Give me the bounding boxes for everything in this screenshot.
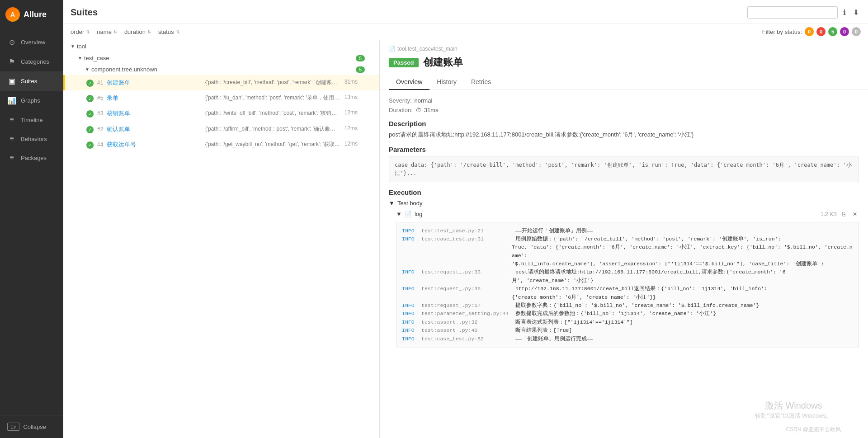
tool-group-label: tool bbox=[77, 43, 86, 50]
log-file-icon: 📄 bbox=[405, 211, 412, 217]
filter-left: order ⇅ name ⇅ duration ⇅ status ⇅ bbox=[71, 28, 179, 35]
sidebar-item-label-overview: Overview bbox=[21, 39, 45, 46]
sidebar-item-label-categories: Categories bbox=[21, 58, 49, 65]
duration-filter[interactable]: duration ⇅ bbox=[124, 28, 151, 35]
detail-panel: 📄 tool.test_case#test_main Passed 创建账单 O… bbox=[380, 40, 868, 438]
sidebar-item-label-timeline: Timeline bbox=[21, 117, 43, 123]
duration-value: 31ms bbox=[424, 107, 439, 113]
chevron-down-icon: ▼ bbox=[71, 44, 75, 49]
test-num-3: #3 bbox=[97, 110, 103, 117]
log-line: INFOtest:assert_.py:40断言结果列表：[True] bbox=[402, 326, 853, 334]
log-section: ▼ 📄 log 1.2 KB ⎘ ✕ INFOtest:test_case.py… bbox=[396, 209, 859, 348]
allure-logo: A bbox=[5, 7, 20, 22]
chevron-down-icon3: ▼ bbox=[389, 200, 395, 207]
test-body-header[interactable]: ▼ Test body bbox=[389, 200, 859, 207]
test-case-subgroup: ▼ test_case 5 ▼ component.tree.unknown 5 bbox=[63, 52, 379, 152]
sidebar-item-behaviors[interactable]: ≡ Behaviors bbox=[0, 129, 63, 148]
severity-value: normal bbox=[415, 97, 433, 104]
status-badge-purple[interactable]: 0 bbox=[840, 27, 849, 36]
test-name-5: 录单 bbox=[107, 94, 201, 102]
tree-subgroup-header-test-case[interactable]: ▼ test_case 5 bbox=[63, 52, 379, 64]
test-desc-4: {'path': '/get_waybill_no', 'method': 'g… bbox=[205, 141, 341, 148]
filter-right: Filter by status: 0 0 5 0 0 bbox=[762, 27, 861, 36]
name-arrow-icon: ⇅ bbox=[113, 29, 117, 34]
tab-overview[interactable]: Overview bbox=[389, 75, 429, 90]
search-input[interactable] bbox=[747, 6, 838, 19]
sidebar-item-suites[interactable]: ▣ Suites bbox=[0, 71, 63, 91]
pass-icon-1: ✓ bbox=[86, 80, 94, 87]
parameters-text: case_data: {'path': '/create_bill', 'met… bbox=[395, 162, 852, 176]
test-name-4: 获取运单号 bbox=[107, 141, 201, 149]
sidebar-item-label-packages: Packages bbox=[21, 155, 47, 161]
suites-header: Suites ℹ ⬇ bbox=[63, 0, 868, 24]
log-line: INFOtest:test_case.py:21——开始运行「创建账单」用例—— bbox=[402, 227, 853, 235]
download-button[interactable]: ⬇ bbox=[851, 6, 861, 19]
component-tree-label: component.tree.unknown bbox=[91, 66, 157, 73]
parameters-box: case_data: {'path': '/create_bill', 'met… bbox=[389, 156, 859, 182]
status-badge-orange[interactable]: 0 bbox=[805, 27, 814, 36]
log-line: INFOtest:case_test.py:52——「创建账单」用例运行完成—— bbox=[402, 335, 853, 343]
order-filter[interactable]: order ⇅ bbox=[71, 28, 90, 35]
breadcrumb: 📄 tool.test_case#test_main bbox=[389, 46, 859, 52]
test-item-1[interactable]: ✓ #1 创建账单 {'path': '/create_bill', 'meth… bbox=[63, 75, 379, 90]
severity-row: Severity: normal bbox=[389, 97, 859, 104]
pass-icon-2: ✓ bbox=[86, 126, 94, 133]
test-num-4: #4 bbox=[97, 141, 103, 148]
tree-group-header-tool[interactable]: ▼ tool bbox=[63, 40, 379, 52]
filter-by-status-label: Filter by status: bbox=[762, 28, 802, 35]
status-badge-gray[interactable]: 0 bbox=[852, 27, 861, 36]
log-line: {'create_month': '6月', 'create_name': '小… bbox=[402, 293, 853, 301]
duration-label: Duration: bbox=[389, 107, 413, 113]
log-line: INFOtest:request_.py:17提取参数字典：{'bill_no'… bbox=[402, 301, 853, 310]
log-close-button[interactable]: ✕ bbox=[851, 209, 859, 219]
timeline-icon: ≡ bbox=[7, 116, 16, 124]
filter-bar: order ⇅ name ⇅ duration ⇅ status ⇅ Filte… bbox=[63, 24, 868, 40]
sidebar-item-overview[interactable]: ⊙ Overview bbox=[0, 33, 63, 52]
test-item-4[interactable]: ✓ #4 获取运单号 {'path': '/get_waybill_no', '… bbox=[63, 137, 379, 152]
test-name-2: 确认账单 bbox=[107, 125, 201, 133]
parameters-title: Parameters bbox=[389, 146, 859, 153]
order-label: order bbox=[71, 28, 84, 35]
tab-retries[interactable]: Retries bbox=[464, 75, 498, 90]
sidebar-brand: Allure bbox=[24, 10, 47, 19]
chevron-right-icon: ▼ bbox=[78, 56, 82, 61]
status-badge-green[interactable]: 5 bbox=[828, 27, 837, 36]
collapse-button[interactable]: Collapse bbox=[23, 424, 46, 430]
sidebar-item-timeline[interactable]: ≡ Timeline bbox=[0, 110, 63, 129]
execution-title: Execution bbox=[389, 188, 859, 196]
test-name-3: 核销账单 bbox=[107, 109, 201, 118]
sidebar-item-categories[interactable]: ⚑ Categories bbox=[0, 52, 63, 71]
sidebar-logo: A Allure bbox=[0, 0, 63, 29]
test-item-5[interactable]: ✓ #5 录单 {'path': '/lu_dan', 'method': 'p… bbox=[63, 90, 379, 106]
passed-badge: Passed bbox=[389, 58, 419, 67]
sidebar-item-label-suites: Suites bbox=[21, 78, 37, 85]
detail-tabs: Overview History Retries bbox=[389, 75, 859, 89]
duration-arrow-icon: ⇅ bbox=[147, 29, 151, 34]
test-name-1: 创建账单 bbox=[107, 79, 201, 87]
sidebar-footer: En Collapse bbox=[0, 415, 63, 438]
info-button[interactable]: ℹ bbox=[841, 6, 848, 19]
log-line: INFOtest:assert_.py:32断言表达式新列表：["'1j1314… bbox=[402, 318, 853, 326]
status-filter[interactable]: status ⇅ bbox=[158, 28, 179, 35]
tree-subgroup-header-component[interactable]: ▼ component.tree.unknown 5 bbox=[63, 64, 379, 75]
test-item-2[interactable]: ✓ #2 确认账单 {'path': '/affirm_bill', 'meth… bbox=[63, 122, 379, 137]
status-badge-red[interactable]: 0 bbox=[816, 27, 826, 36]
detail-body: Severity: normal Duration: ⏱ 31ms Descri… bbox=[380, 90, 868, 438]
test-desc-5: {'path': '/lu_dan', 'method': 'post', 'r… bbox=[205, 94, 341, 102]
test-desc-3: {'path': '/write_off_bill', 'method': 'p… bbox=[205, 109, 341, 117]
test-case-label: test_case bbox=[84, 55, 109, 61]
name-filter[interactable]: name ⇅ bbox=[97, 28, 117, 35]
sidebar-item-graphs[interactable]: 📊 Graphs bbox=[0, 91, 63, 110]
log-header[interactable]: ▼ 📄 log 1.2 KB ⎘ ✕ bbox=[396, 209, 859, 219]
test-duration-2: 12ms bbox=[344, 125, 358, 132]
categories-icon: ⚑ bbox=[7, 57, 16, 66]
test-num-5: #5 bbox=[97, 95, 103, 101]
language-badge[interactable]: En bbox=[7, 423, 19, 431]
main-content: Suites ℹ ⬇ order ⇅ name ⇅ duration ⇅ sta… bbox=[63, 0, 868, 438]
test-duration-5: 13ms bbox=[344, 94, 358, 100]
test-item-3[interactable]: ✓ #3 核销账单 {'path': '/write_off_bill', 'm… bbox=[63, 106, 379, 121]
sidebar-item-packages[interactable]: ≡ Packages bbox=[0, 148, 63, 167]
duration-label: duration bbox=[124, 28, 146, 35]
tab-history[interactable]: History bbox=[429, 75, 464, 90]
log-copy-button[interactable]: ⎘ bbox=[840, 209, 847, 219]
